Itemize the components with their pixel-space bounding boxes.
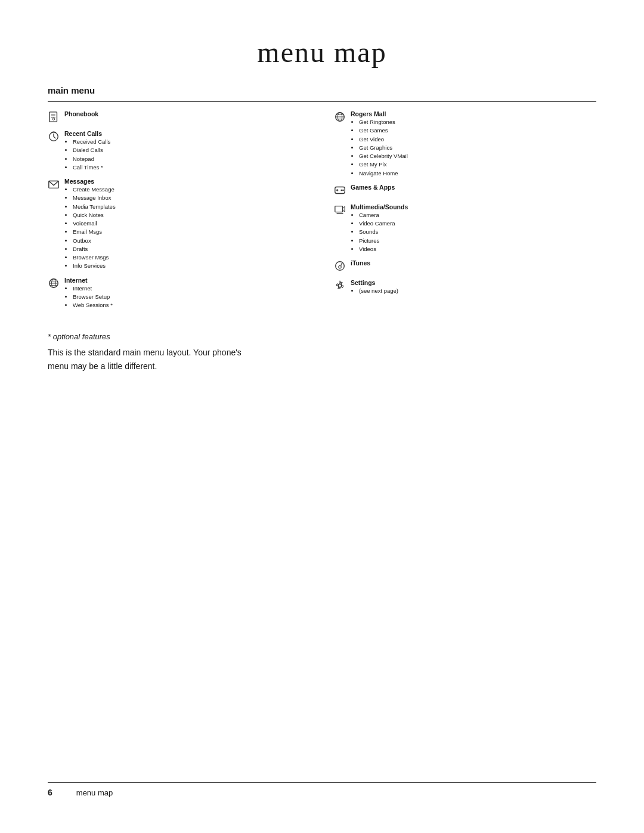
footer: 6 menu map — [48, 782, 596, 797]
messages-content: Messages Create Message Message Inbox Me… — [64, 178, 310, 271]
subitem: Web Sessions * — [73, 301, 310, 309]
menu-section-rogers-mall: Rogers Mall Get Ringtones Get Games Get … — [334, 110, 596, 178]
menu-item-messages: Messages Create Message Message Inbox Me… — [48, 178, 310, 271]
menu-item-itunes: iTunes — [334, 259, 596, 273]
left-column: Phonebook Recent Calls — [48, 110, 310, 315]
svg-point-19 — [342, 189, 344, 191]
phonebook-icon — [48, 111, 61, 124]
internet-content: Internet Internet Browser Setup Web Sess… — [64, 277, 310, 310]
subitem: Get Ringtones — [359, 118, 596, 126]
svg-rect-0 — [49, 112, 57, 122]
page-title: menu map — [48, 36, 596, 69]
messages-title: Messages — [64, 178, 310, 185]
rogers-mall-content: Rogers Mall Get Ringtones Get Games Get … — [351, 110, 596, 178]
menu-item-recent-calls: Recent Calls Received Calls Dialed Calls… — [48, 130, 310, 172]
subitem: Voicemail — [73, 219, 310, 228]
subitem: Call Times * — [73, 163, 310, 172]
subitem: Quick Notes — [73, 211, 310, 219]
subitem: Get Games — [359, 126, 596, 135]
rogers-mall-icon — [334, 111, 347, 124]
svg-point-26 — [339, 266, 342, 269]
menu-section-settings: Settings (see next page) — [334, 279, 596, 295]
menu-item-phonebook: Phonebook — [48, 110, 310, 124]
games-apps-icon — [334, 184, 347, 197]
rogers-mall-title: Rogers Mall — [351, 110, 596, 117]
itunes-title: iTunes — [351, 259, 596, 267]
settings-icon — [334, 280, 347, 293]
subitem: Notepad — [73, 155, 310, 163]
menu-columns: Phonebook Recent Calls — [48, 110, 596, 315]
menu-item-settings: Settings (see next page) — [334, 279, 596, 295]
menu-section-itunes: iTunes — [334, 259, 596, 273]
subitem: Info Services — [73, 262, 310, 270]
menu-item-rogers-mall: Rogers Mall Get Ringtones Get Games Get … — [334, 110, 596, 178]
itunes-content: iTunes — [351, 259, 596, 267]
subitem: Video Camera — [359, 219, 596, 228]
multimedia-sublist: Camera Video Camera Sounds Pictures Vide… — [351, 211, 596, 253]
menu-section-multimedia: Multimedia/Sounds Camera Video Camera So… — [334, 203, 596, 253]
subitem: Camera — [359, 211, 596, 219]
menu-item-multimedia: Multimedia/Sounds Camera Video Camera So… — [334, 203, 596, 253]
multimedia-title: Multimedia/Sounds — [351, 203, 596, 210]
svg-rect-22 — [335, 206, 343, 212]
rogers-mall-sublist: Get Ringtones Get Games Get Video Get Gr… — [351, 118, 596, 178]
subitem: Get Graphics — [359, 144, 596, 152]
svg-line-28 — [341, 263, 342, 264]
subitem: Get My Pix — [359, 160, 596, 169]
svg-point-18 — [340, 189, 342, 191]
subitem: Email Msgs — [73, 228, 310, 236]
settings-content: Settings (see next page) — [351, 279, 596, 295]
subitem: Get Celebrity VMail — [359, 152, 596, 160]
subitem: Drafts — [73, 245, 310, 253]
multimedia-content: Multimedia/Sounds Camera Video Camera So… — [351, 203, 596, 253]
internet-sublist: Internet Browser Setup Web Sessions * — [64, 284, 310, 310]
main-menu-label: main menu — [48, 85, 596, 95]
menu-section-recent-calls: Recent Calls Received Calls Dialed Calls… — [48, 130, 310, 172]
recent-calls-sublist: Received Calls Dialed Calls Notepad Call… — [64, 138, 310, 172]
menu-section-phonebook: Phonebook — [48, 110, 310, 124]
games-apps-content: Games & Apps — [351, 184, 596, 191]
subitem: Outbox — [73, 237, 310, 245]
subitem: Videos — [359, 245, 596, 253]
phonebook-title: Phonebook — [64, 110, 310, 117]
menu-item-internet: Internet Internet Browser Setup Web Sess… — [48, 277, 310, 310]
footer-label: menu map — [76, 788, 113, 797]
optional-features-text: * optional features — [48, 332, 596, 341]
divider — [48, 101, 596, 102]
subitem: Get Video — [359, 135, 596, 144]
messages-sublist: Create Message Message Inbox Media Templ… — [64, 185, 310, 271]
subitem: Navigate Home — [359, 169, 596, 178]
subitem: Pictures — [359, 237, 596, 245]
settings-title: Settings — [351, 279, 596, 286]
subitem: Browser Msgs — [73, 253, 310, 262]
settings-sublist: (see next page) — [351, 287, 596, 295]
games-apps-title: Games & Apps — [351, 184, 596, 191]
internet-title: Internet — [64, 277, 310, 284]
menu-item-games-apps: Games & Apps — [334, 184, 596, 197]
multimedia-icon — [334, 204, 347, 217]
menu-section-messages: Messages Create Message Message Inbox Me… — [48, 178, 310, 271]
description-text: This is the standard main menu layout. Y… — [48, 346, 250, 373]
subitem: Sounds — [359, 228, 596, 236]
subitem: Media Templates — [73, 203, 310, 211]
recent-calls-title: Recent Calls — [64, 130, 310, 137]
subitem: (see next page) — [359, 287, 596, 295]
optional-features-section: * optional features This is the standard… — [48, 327, 596, 373]
recent-calls-icon — [48, 131, 61, 144]
svg-point-4 — [52, 118, 55, 120]
menu-section-games-apps: Games & Apps — [334, 184, 596, 197]
recent-calls-content: Recent Calls Received Calls Dialed Calls… — [64, 130, 310, 172]
menu-section-internet: Internet Internet Browser Setup Web Sess… — [48, 277, 310, 310]
phonebook-content: Phonebook — [64, 110, 310, 117]
page-container: menu map main menu — [0, 0, 644, 833]
itunes-icon — [334, 260, 347, 273]
subitem: Received Calls — [73, 138, 310, 146]
subitem: Browser Setup — [73, 293, 310, 301]
internet-icon — [48, 277, 61, 290]
messages-icon — [48, 178, 61, 191]
subitem: Dialed Calls — [73, 146, 310, 154]
right-column: Rogers Mall Get Ringtones Get Games Get … — [334, 110, 596, 315]
footer-page-number: 6 — [48, 788, 52, 797]
subitem: Create Message — [73, 185, 310, 194]
subitem: Internet — [73, 284, 310, 293]
